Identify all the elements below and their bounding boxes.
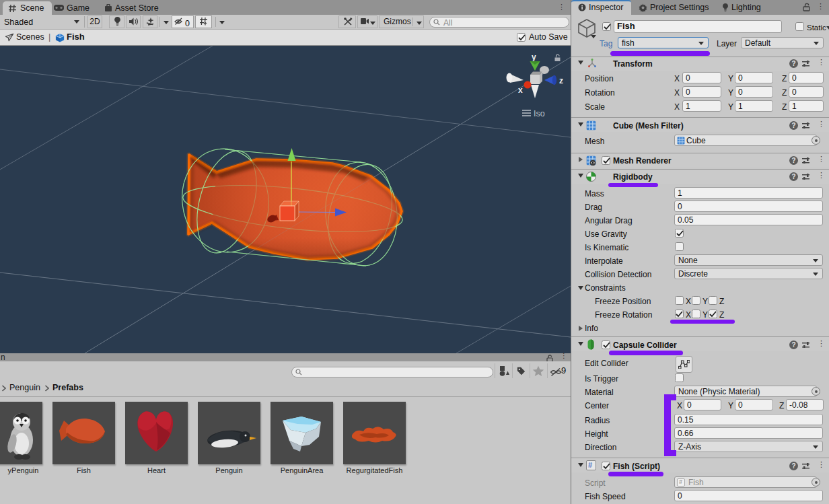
svg-text:x: x bbox=[518, 85, 523, 95]
svg-text:z: z bbox=[559, 76, 563, 85]
svg-text:Iso: Iso bbox=[534, 109, 545, 118]
svg-text:y: y bbox=[532, 52, 536, 62]
